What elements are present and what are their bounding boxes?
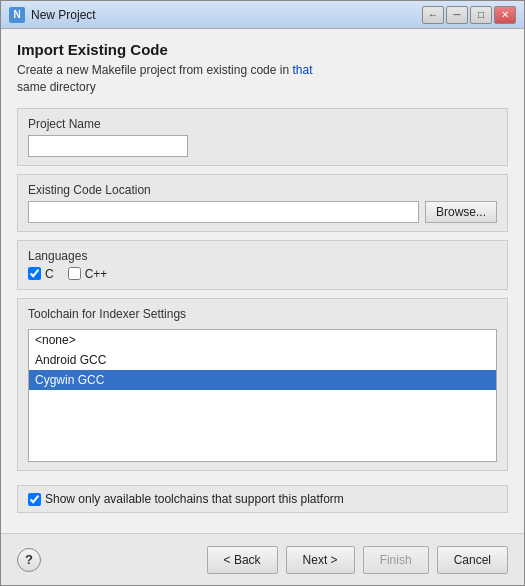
language-cpp-item[interactable]: C++ — [68, 267, 108, 281]
next-nav-button[interactable]: Next > — [286, 546, 355, 574]
dialog-footer: ? < Back Next > Finish Cancel — [1, 533, 524, 585]
language-c-item[interactable]: C — [28, 267, 54, 281]
languages-label: Languages — [28, 249, 497, 263]
toolchain-group: Toolchain for Indexer Settings <none>And… — [17, 298, 508, 471]
existing-code-input[interactable] — [28, 201, 419, 223]
desc-highlight: that — [292, 63, 312, 77]
language-cpp-label: C++ — [85, 267, 108, 281]
toolchain-item[interactable]: <none> — [29, 330, 496, 350]
help-button[interactable]: ? — [17, 548, 41, 572]
show-only-checkbox[interactable] — [28, 493, 41, 506]
title-bar-buttons: ← ─ □ ✕ — [422, 6, 516, 24]
toolchain-item[interactable]: Android GCC — [29, 350, 496, 370]
dialog-title: Import Existing Code — [17, 41, 508, 58]
project-name-group: Project Name — [17, 108, 508, 166]
maximize-button[interactable]: □ — [470, 6, 492, 24]
languages-row: C C++ — [28, 267, 497, 281]
window-icon: N — [9, 7, 25, 23]
show-only-label: Show only available toolchains that supp… — [45, 492, 344, 506]
project-name-label: Project Name — [28, 117, 497, 131]
language-c-label: C — [45, 267, 54, 281]
desc-text2: same directory — [17, 80, 96, 94]
toolchain-list[interactable]: <none>Android GCCCygwin GCC — [28, 329, 497, 462]
language-c-checkbox[interactable] — [28, 267, 41, 280]
close-button[interactable]: ✕ — [494, 6, 516, 24]
cancel-button[interactable]: Cancel — [437, 546, 508, 574]
existing-code-group: Existing Code Location Browse... — [17, 174, 508, 232]
toolchain-label: Toolchain for Indexer Settings — [28, 307, 497, 321]
desc-text1: Create a new Makefile project from exist… — [17, 63, 292, 77]
back-button[interactable]: ← — [422, 6, 444, 24]
existing-code-label: Existing Code Location — [28, 183, 497, 197]
language-cpp-checkbox[interactable] — [68, 267, 81, 280]
project-name-input[interactable] — [28, 135, 188, 157]
existing-code-row: Browse... — [28, 201, 497, 223]
show-only-row: Show only available toolchains that supp… — [17, 485, 508, 513]
title-bar: N New Project ← ─ □ ✕ — [1, 1, 524, 29]
main-window: N New Project ← ─ □ ✕ Import Existing Co… — [0, 0, 525, 586]
footer-left: ? — [17, 548, 41, 572]
dialog-content: Import Existing Code Create a new Makefi… — [1, 29, 524, 533]
dialog-description: Create a new Makefile project from exist… — [17, 62, 508, 96]
browse-button[interactable]: Browse... — [425, 201, 497, 223]
finish-button[interactable]: Finish — [363, 546, 429, 574]
window-title: New Project — [31, 8, 422, 22]
minimize-button[interactable]: ─ — [446, 6, 468, 24]
toolchain-item[interactable]: Cygwin GCC — [29, 370, 496, 390]
languages-group: Languages C C++ — [17, 240, 508, 290]
back-nav-button[interactable]: < Back — [207, 546, 278, 574]
footer-right: < Back Next > Finish Cancel — [207, 546, 508, 574]
